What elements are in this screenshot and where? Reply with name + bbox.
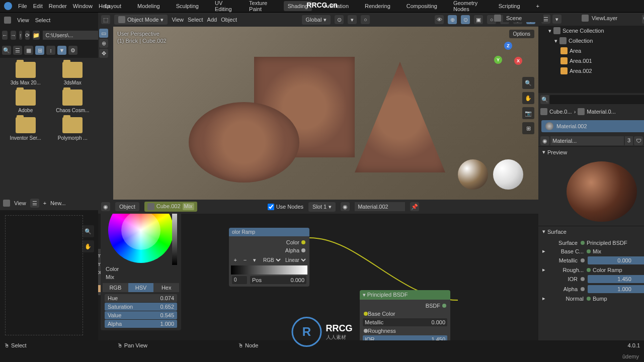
mode-hsv[interactable]: HSV bbox=[128, 283, 154, 292]
persp-tool-icon[interactable]: ⊞ bbox=[522, 122, 534, 134]
vp-view-menu[interactable]: View bbox=[172, 17, 184, 23]
tab-compositing[interactable]: Compositing bbox=[403, 1, 441, 11]
display-list-icon[interactable]: ☰ bbox=[13, 46, 22, 55]
nav-refresh-icon[interactable]: ⟳ bbox=[25, 31, 30, 40]
ramp-pos[interactable]: Pos0.000 bbox=[250, 276, 306, 284]
settings-icon[interactable]: ⚙ bbox=[68, 46, 77, 55]
search-icon[interactable]: 🔍 bbox=[2, 46, 11, 55]
tab-rendering[interactable]: Rendering bbox=[361, 1, 394, 11]
select-tool-icon[interactable]: ▭ bbox=[99, 29, 108, 38]
axis-y[interactable]: Y bbox=[494, 56, 502, 64]
property-search-input[interactable] bbox=[549, 95, 644, 104]
nav-newdir-icon[interactable]: 📁 bbox=[33, 31, 40, 40]
axis-x[interactable]: X bbox=[514, 57, 522, 65]
ramp-gradient[interactable] bbox=[231, 265, 307, 275]
principled-bsdf-node[interactable]: ▾ Principled BSDF BSDF Base Color Metall… bbox=[360, 290, 450, 340]
file-select-menu[interactable]: Select bbox=[35, 17, 51, 23]
socket-basecolor[interactable] bbox=[364, 312, 368, 316]
tab-scripting[interactable]: Scripting bbox=[495, 1, 524, 11]
ior-value[interactable]: 1.450 bbox=[588, 275, 644, 283]
pan-icon[interactable]: ✋ bbox=[82, 240, 94, 252]
image-editor-icon[interactable] bbox=[3, 200, 10, 207]
socket-roughness[interactable] bbox=[364, 329, 368, 333]
outliner-collection[interactable]: ▾Collection📷 bbox=[538, 36, 644, 46]
socket-alpha-out[interactable] bbox=[301, 248, 305, 252]
normal-link[interactable]: Bump bbox=[587, 296, 644, 302]
image-new-label[interactable]: New... bbox=[50, 200, 66, 206]
socket-icon[interactable] bbox=[581, 277, 585, 281]
orientation-dropdown[interactable]: Global▾ bbox=[302, 15, 331, 25]
tab-modeling[interactable]: Modeling bbox=[133, 1, 164, 11]
search-icon[interactable]: 🔍 bbox=[642, 15, 644, 24]
navigation-gizmo[interactable]: Z X Y bbox=[493, 42, 523, 72]
file-view-menu[interactable]: View bbox=[17, 17, 29, 23]
prop-edit-icon[interactable]: ○ bbox=[361, 15, 370, 24]
node-datablock[interactable]: Cube.002 Mix bbox=[144, 202, 197, 212]
socket-bsdf-out[interactable] bbox=[442, 304, 446, 308]
outliner-scene[interactable]: ▾Scene Collection bbox=[538, 26, 644, 36]
viewlayer-selector[interactable] bbox=[582, 14, 629, 22]
surface-link[interactable]: Principled BSDF bbox=[581, 240, 644, 246]
scene-input[interactable] bbox=[503, 14, 543, 22]
display-grid-icon[interactable]: ⊞ bbox=[35, 46, 44, 55]
filter-icon[interactable]: ▼ bbox=[57, 46, 66, 55]
expand-icon[interactable]: ▸ bbox=[542, 266, 545, 273]
ramp-interp-select[interactable]: Linear bbox=[283, 255, 307, 264]
material-browse-icon[interactable]: ◉ bbox=[540, 136, 549, 145]
color-picker-popup[interactable]: Color Mix RGB HSV Hex Hue0.074 Saturatio… bbox=[101, 214, 181, 330]
metallic-field[interactable]: Metallic0.000 bbox=[363, 318, 447, 326]
preview-header[interactable]: ▾Preview bbox=[538, 147, 644, 157]
socket-color-out[interactable] bbox=[301, 240, 305, 244]
mode-dropdown[interactable]: Object Mode ▾ bbox=[114, 15, 168, 25]
pin-icon[interactable]: 📌 bbox=[410, 202, 419, 211]
nav-fwd-icon[interactable]: → bbox=[11, 31, 16, 40]
add-workspace[interactable]: + bbox=[532, 1, 543, 11]
folder-item[interactable]: Chaos Cosm... bbox=[51, 89, 95, 113]
use-nodes-checkbox[interactable] bbox=[268, 204, 274, 210]
alpha-value[interactable]: 1.000 bbox=[588, 285, 644, 293]
use-nodes-toggle[interactable]: Use Nodes bbox=[268, 204, 303, 210]
move-tool-icon[interactable]: ✥ bbox=[99, 49, 108, 58]
tab-uv[interactable]: UV Editing bbox=[211, 0, 237, 14]
folder-item[interactable]: Polymorph ... bbox=[51, 117, 95, 141]
menu-edit[interactable]: Edit bbox=[33, 3, 43, 9]
nav-up-icon[interactable]: ↑ bbox=[19, 31, 22, 40]
mode-rgb[interactable]: RGB bbox=[103, 283, 128, 292]
xray-icon[interactable]: ▣ bbox=[474, 15, 483, 24]
ramp-add-icon[interactable]: + bbox=[231, 255, 239, 264]
hue-slider[interactable]: Hue0.074 bbox=[105, 294, 177, 302]
menu-render[interactable]: Render bbox=[49, 3, 67, 9]
saturation-slider[interactable]: Saturation0.652 bbox=[105, 303, 177, 311]
tab-texture[interactable]: Texture Paint bbox=[245, 0, 276, 14]
ramp-menu-icon[interactable]: ▾ bbox=[251, 255, 259, 264]
material-name-input[interactable] bbox=[550, 136, 624, 145]
surface-header[interactable]: ▾Surface bbox=[538, 226, 644, 237]
folder-item[interactable]: Adobe bbox=[4, 89, 47, 113]
pan-tool-icon[interactable]: ✋ bbox=[522, 92, 534, 104]
socket-icon[interactable] bbox=[581, 287, 585, 291]
file-editor-icon[interactable] bbox=[4, 17, 11, 24]
node-object-dd[interactable]: Object bbox=[115, 202, 139, 211]
vp-add-menu[interactable]: Add bbox=[207, 17, 217, 23]
snap-icon[interactable]: ⊙ bbox=[335, 15, 344, 24]
outliner-item[interactable]: Area.001👁📷 bbox=[538, 56, 644, 66]
tab-layout[interactable]: Layout bbox=[101, 1, 125, 11]
alpha-slider[interactable]: Alpha1.000 bbox=[105, 320, 177, 328]
slot-dropdown[interactable]: Slot 1▾ bbox=[308, 202, 336, 212]
image-menu-icon[interactable]: ☰ bbox=[30, 199, 39, 208]
viewlayer-input[interactable] bbox=[589, 14, 629, 22]
value-slider[interactable] bbox=[172, 214, 177, 265]
ior-field[interactable]: IOR1.450 bbox=[363, 335, 447, 340]
vp-object-menu[interactable]: Object bbox=[221, 17, 237, 23]
material-slot[interactable]: Material.002 bbox=[541, 120, 644, 132]
outliner-item[interactable]: Area.002👁📷 bbox=[538, 66, 644, 76]
material-icon[interactable]: ◉ bbox=[341, 202, 350, 211]
nodeeditor-icon[interactable]: ◉ bbox=[101, 202, 110, 211]
editor-type-icon[interactable]: ⬚ bbox=[101, 15, 110, 24]
expand-icon[interactable]: ▸ bbox=[542, 248, 545, 254]
crumb-object[interactable]: Cube.0... bbox=[549, 109, 572, 115]
visibility-icon[interactable]: 👁 bbox=[435, 15, 444, 24]
roughness-link[interactable]: Color Ramp bbox=[587, 267, 644, 273]
folder-item[interactable]: 3dsMax bbox=[51, 62, 95, 85]
fake-user-icon[interactable]: 🛡 bbox=[634, 136, 643, 145]
